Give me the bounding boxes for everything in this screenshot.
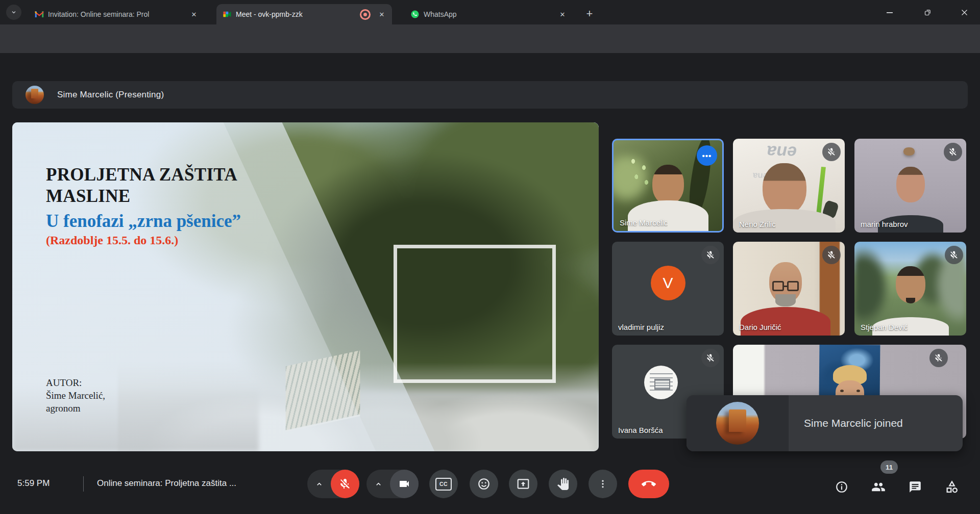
recording-indicator-icon — [360, 9, 371, 20]
tab-whatsapp[interactable]: WhatsApp ✕ — [404, 4, 573, 24]
mic-off-badge — [929, 349, 948, 367]
camera-control-group — [366, 470, 419, 498]
window-minimize-button[interactable] — [878, 3, 901, 21]
person-figure — [896, 167, 925, 202]
tab-search-button[interactable] — [6, 5, 21, 20]
tab-close-button[interactable]: ✕ — [376, 8, 388, 20]
tab-gmail-invitation[interactable]: Invitation: Online seminara: Prol ✕ — [29, 4, 204, 24]
raise-hand-button[interactable] — [549, 470, 577, 498]
chevron-down-icon — [11, 9, 17, 15]
participant-tile-stjepan[interactable]: Stjepan Dević — [854, 242, 966, 336]
tab-close-button[interactable]: ✕ — [556, 8, 569, 20]
participant-tile-marin[interactable]: marin hrabrov — [854, 139, 966, 233]
slide-frame-outline — [394, 245, 556, 383]
participant-tile-sime[interactable]: ••• Sime Marcelic — [612, 139, 724, 233]
tile-more-options-button[interactable]: ••• — [697, 145, 717, 166]
smiley-icon — [477, 477, 491, 491]
avatar — [644, 366, 678, 399]
mic-off-badge — [945, 246, 963, 264]
mic-options-button[interactable] — [307, 470, 331, 498]
more-options-button[interactable] — [589, 470, 617, 498]
tab-close-button[interactable]: ✕ — [188, 8, 200, 20]
leave-call-button[interactable] — [628, 470, 669, 498]
participant-name: Sime Marcelic — [620, 218, 668, 227]
reactions-button[interactable] — [470, 470, 498, 498]
footer-divider — [83, 476, 84, 492]
tab-title: Invitation: Online seminara: Prol — [48, 10, 184, 18]
tab-title: WhatsApp — [424, 10, 552, 18]
activities-button[interactable] — [941, 476, 963, 498]
participant-name: vladimir puljiz — [618, 323, 664, 331]
participant-tile-neno[interactable]: ena dena Neno Zrilic — [733, 139, 845, 233]
cc-icon: CC — [435, 478, 452, 491]
slide-subtitle: U fenofazi „zrna pšenice” — [46, 211, 241, 232]
window-close-button[interactable] — [952, 3, 976, 21]
slide-period: (Razdoblje 15.5. do 15.6.) — [46, 234, 241, 247]
info-icon — [835, 480, 848, 494]
person-figure — [652, 165, 684, 204]
participant-tile-dario[interactable]: Dario Juričić — [733, 242, 845, 336]
person-figure — [906, 298, 915, 303]
chevron-up-icon — [315, 480, 323, 488]
slide-author-label: AUTOR: — [46, 376, 105, 389]
present-to-all-icon — [517, 477, 530, 491]
tab-meet[interactable]: Meet - ovk-ppmb-zzk ✕ — [216, 4, 392, 24]
person-figure — [772, 281, 799, 291]
mic-toggle-button[interactable] — [331, 470, 359, 498]
gmail-icon — [35, 10, 44, 19]
video-background — [903, 147, 915, 156]
join-notification-toast: Sime Marcelic joined — [687, 395, 963, 451]
mic-off-badge — [822, 143, 841, 161]
participant-name: Ivana Boršća — [618, 426, 663, 434]
mic-off-badge — [822, 246, 841, 264]
browser-tab-strip: Invitation: Online seminara: Prol ✕ Meet… — [0, 0, 980, 24]
joined-user-avatar — [716, 402, 759, 445]
window-restore-button[interactable] — [916, 3, 939, 21]
slide-title-line1: PROLJETNA ZAŠTITA — [46, 164, 241, 186]
slide-title-line2: MASLINE — [46, 186, 241, 207]
slide-author-name: Šime Marcelić, — [46, 389, 105, 402]
chat-button[interactable] — [904, 476, 926, 498]
meeting-title: Online seminara: Proljetna zaštita ... — [97, 478, 236, 489]
avatar: V — [651, 266, 685, 300]
toast-avatar-panel — [687, 395, 789, 451]
slide-author-block: AUTOR: Šime Marcelić, agronom — [46, 376, 105, 415]
toast-message: Sime Marcelic joined — [804, 417, 903, 429]
slide-title-block: PROLJETNA ZAŠTITA MASLINE U fenofazi „zr… — [46, 164, 241, 247]
minimize-icon — [886, 9, 893, 16]
mic-off-badge — [701, 246, 720, 264]
participant-name: Dario Juričić — [739, 323, 781, 331]
videocam-icon — [398, 478, 410, 490]
meet-window: { "browser": { "tabs": [ {"title": "Invi… — [0, 0, 980, 514]
participant-name: Stjepan Dević — [861, 323, 908, 331]
new-tab-button[interactable]: + — [582, 6, 597, 21]
restore-icon — [924, 9, 932, 16]
presenting-label: Sime Marcelic (Presenting) — [57, 90, 164, 100]
mic-off-badge — [701, 349, 720, 367]
captions-button[interactable]: CC — [429, 470, 458, 498]
camera-options-button[interactable] — [366, 470, 390, 498]
tab-title: Meet - ovk-ppmb-zzk — [236, 10, 356, 18]
call-end-icon — [642, 477, 656, 491]
show-participants-button[interactable] — [868, 476, 889, 498]
camera-toggle-button[interactable] — [390, 470, 419, 498]
mic-control-group — [307, 470, 359, 498]
presenter-avatar — [26, 86, 44, 104]
person-figure — [896, 266, 925, 303]
person-figure — [628, 200, 708, 233]
participant-tile-vladimir[interactable]: V vladimir puljiz — [612, 242, 724, 336]
clock-text: 5:59 PM — [17, 478, 50, 489]
shapes-icon — [945, 480, 959, 494]
chat-icon — [909, 480, 922, 494]
mic-off-badge — [944, 143, 962, 161]
participant-count-badge: 11 — [880, 460, 898, 474]
shared-presentation: PROLJETNA ZAŠTITA MASLINE U fenofazi „zr… — [12, 122, 599, 451]
chevron-up-icon — [375, 480, 382, 488]
person-figure — [775, 294, 796, 306]
slide-author-role: agronom — [46, 402, 105, 415]
presenting-banner: Sime Marcelic (Presenting) — [12, 81, 968, 109]
present-button[interactable] — [509, 470, 537, 498]
more-vert-icon — [598, 479, 608, 489]
meeting-details-button[interactable] — [831, 476, 852, 498]
whatsapp-icon — [410, 10, 420, 19]
